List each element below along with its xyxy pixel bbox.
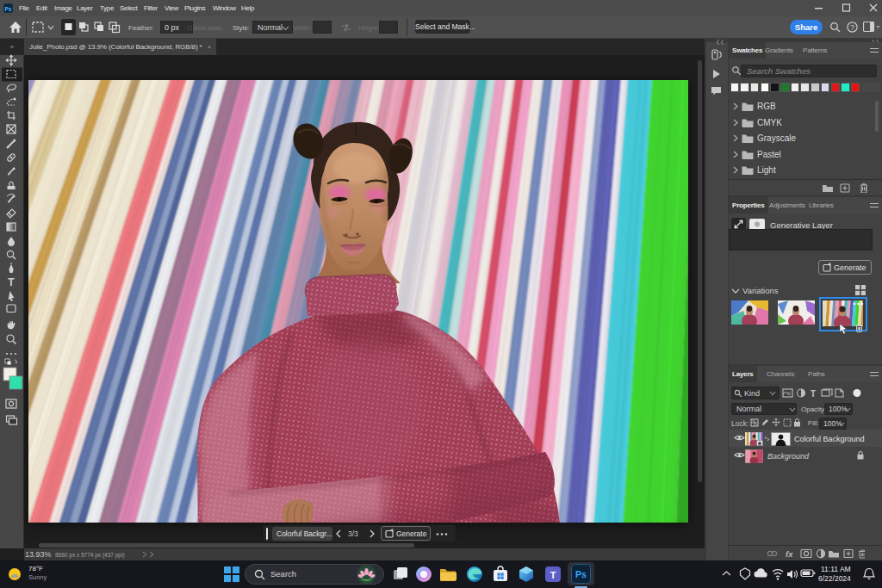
svg-text:Ps: Ps xyxy=(5,6,12,12)
svg-text:T: T xyxy=(811,389,816,399)
svg-text:T: T xyxy=(8,276,15,288)
svg-text:?: ? xyxy=(850,23,854,32)
svg-text:Ps: Ps xyxy=(575,569,587,579)
svg-text:fx: fx xyxy=(786,549,793,559)
svg-text:T: T xyxy=(550,570,556,580)
